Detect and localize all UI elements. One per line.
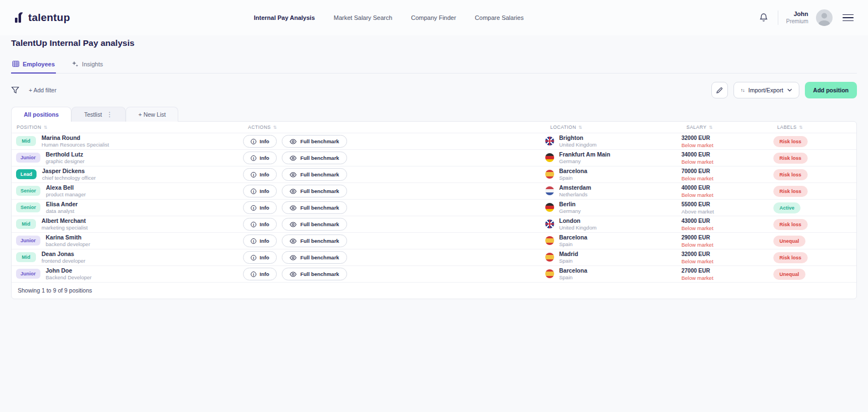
brand-logo[interactable]: talentup bbox=[14, 12, 70, 24]
full-benchmark-button[interactable]: Full benchmark bbox=[282, 218, 347, 231]
salary-cell: 55000 EUR Above market bbox=[681, 201, 772, 215]
sort-icon[interactable]: ⇅ bbox=[799, 125, 803, 130]
employee-name: Albert Merchant bbox=[42, 217, 87, 225]
table-row: Mid Albert Merchant marketing specialist… bbox=[12, 216, 856, 233]
row-label: Risk loss bbox=[773, 252, 808, 263]
employee-name: John Doe bbox=[46, 267, 92, 274]
country-flag bbox=[545, 153, 554, 162]
list-tab-testlist[interactable]: Testlist ⋮ bbox=[71, 107, 126, 122]
sort-icon[interactable]: ⇅ bbox=[273, 125, 277, 130]
column-header-salary[interactable]: SALARY⇅ bbox=[681, 124, 772, 130]
main-content: TalentUp Internal Pay analysis Employees… bbox=[0, 38, 868, 299]
add-filter-button[interactable]: + Add filter bbox=[29, 87, 56, 93]
level-badge: Mid bbox=[16, 219, 36, 229]
full-benchmark-button[interactable]: Full benchmark bbox=[282, 185, 347, 197]
location-cell: Berlin Germany bbox=[545, 200, 681, 215]
tab-insights[interactable]: Insights bbox=[70, 57, 104, 74]
table-row: Junior Karina Smith backend developer i … bbox=[12, 233, 856, 249]
nav-market-salary-search[interactable]: Market Salary Search bbox=[334, 14, 392, 21]
tab-insights-label: Insights bbox=[82, 61, 103, 67]
employee-name: Berthold Lutz bbox=[46, 150, 85, 158]
location-cell: Barcelona Spain bbox=[545, 233, 681, 248]
market-note: Below market bbox=[681, 258, 772, 264]
add-position-button[interactable]: Add position bbox=[805, 82, 857, 98]
sparkle-icon bbox=[71, 60, 79, 67]
column-header-actions[interactable]: ACTIONS⇅ bbox=[243, 124, 545, 130]
testlist-kebab-icon[interactable]: ⋮ bbox=[106, 111, 113, 118]
column-header-location[interactable]: LOCATION⇅ bbox=[545, 124, 681, 130]
location-country: Spain bbox=[559, 258, 578, 264]
info-button[interactable]: i Info bbox=[243, 135, 277, 148]
location-cell: Barcelona Spain bbox=[545, 167, 681, 182]
user-avatar[interactable] bbox=[816, 9, 833, 26]
info-icon: i bbox=[251, 189, 256, 194]
edit-pencil-button[interactable] bbox=[711, 82, 728, 98]
actions-cell: i Info Full benchmark bbox=[243, 251, 545, 264]
full-benchmark-button[interactable]: Full benchmark bbox=[282, 168, 347, 181]
location-cell: London United Kingdom bbox=[545, 217, 681, 232]
location-country: United Kingdom bbox=[559, 225, 597, 231]
list-tab-new-list[interactable]: + New List bbox=[126, 107, 178, 122]
brand-name: talentup bbox=[28, 12, 70, 24]
location-country: Spain bbox=[559, 274, 587, 281]
level-badge: Junior bbox=[16, 236, 40, 246]
notifications-bell-icon[interactable] bbox=[758, 12, 770, 24]
sort-icon[interactable]: ⇅ bbox=[578, 125, 582, 130]
nav-internal-pay-analysis[interactable]: Internal Pay Analysis bbox=[254, 14, 315, 21]
import-export-label: Import/Export bbox=[748, 87, 783, 93]
info-button[interactable]: i Info bbox=[243, 168, 277, 181]
row-label: Risk loss bbox=[773, 136, 808, 147]
full-benchmark-button[interactable]: Full benchmark bbox=[282, 268, 347, 280]
location-country: Spain bbox=[559, 175, 587, 181]
info-button[interactable]: i Info bbox=[243, 152, 277, 164]
position-cell: Mid Marina Round Human Resources Special… bbox=[12, 134, 243, 149]
location-city: Barcelona bbox=[559, 167, 587, 175]
employee-role: data analyst bbox=[46, 208, 78, 215]
info-button[interactable]: i Info bbox=[243, 218, 277, 231]
table-row: Lead Jasper Dickens chief technology off… bbox=[12, 166, 856, 183]
info-button[interactable]: i Info bbox=[243, 234, 277, 247]
labels-cell: Risk loss bbox=[772, 185, 856, 197]
row-label: Risk loss bbox=[773, 153, 808, 164]
eye-icon bbox=[290, 189, 297, 194]
nav-company-finder[interactable]: Company Finder bbox=[411, 14, 456, 21]
table-header-row: POSITION⇅ ACTIONS⇅ LOCATION⇅ SALARY⇅ LAB… bbox=[12, 122, 856, 133]
position-cell: Junior John Doe Backend Developer bbox=[12, 267, 243, 281]
employee-role: Human Resources Specialist bbox=[42, 142, 109, 148]
employee-role: backend developer bbox=[46, 241, 90, 248]
full-benchmark-button[interactable]: Full benchmark bbox=[282, 135, 347, 148]
salary-amount: 55000 EUR bbox=[681, 201, 772, 208]
salary-amount: 34000 EUR bbox=[681, 151, 772, 159]
info-icon: i bbox=[251, 155, 256, 161]
actions-cell: i Info Full benchmark bbox=[243, 234, 545, 247]
table-row: Senior Alexa Bell product manager i Info… bbox=[12, 183, 856, 200]
list-tabs: All positions Testlist ⋮ + New List bbox=[11, 107, 857, 122]
import-export-dropdown[interactable]: ↑↓ Import/Export bbox=[733, 82, 799, 98]
info-button[interactable]: i Info bbox=[243, 201, 277, 214]
filter-funnel-icon[interactable] bbox=[11, 85, 22, 96]
column-header-labels[interactable]: LABELS⇅ bbox=[772, 124, 856, 130]
list-tab-all-positions[interactable]: All positions bbox=[11, 107, 71, 122]
import-export-arrows-icon: ↑↓ bbox=[741, 87, 745, 93]
info-button[interactable]: i Info bbox=[243, 185, 277, 197]
employee-name: Elisa Ander bbox=[46, 200, 78, 208]
full-benchmark-button[interactable]: Full benchmark bbox=[282, 251, 347, 264]
country-flag bbox=[545, 269, 554, 278]
menu-icon[interactable] bbox=[843, 14, 854, 22]
user-meta: John Premium bbox=[786, 11, 808, 25]
location-city: Frankfurt Am Main bbox=[559, 150, 610, 158]
location-country: Germany bbox=[559, 208, 581, 215]
location-cell: Brighton United Kingdom bbox=[545, 134, 681, 149]
nav-compare-salaries[interactable]: Compare Salaries bbox=[475, 14, 524, 21]
full-benchmark-button[interactable]: Full benchmark bbox=[282, 152, 347, 164]
market-note: Below market bbox=[681, 175, 772, 181]
eye-icon bbox=[290, 172, 297, 178]
sort-icon[interactable]: ⇅ bbox=[709, 125, 712, 130]
tab-employees[interactable]: Employees bbox=[11, 57, 56, 74]
full-benchmark-button[interactable]: Full benchmark bbox=[282, 201, 347, 214]
column-header-position[interactable]: POSITION⇅ bbox=[12, 124, 243, 130]
info-button[interactable]: i Info bbox=[243, 268, 277, 280]
info-button[interactable]: i Info bbox=[243, 251, 277, 264]
sort-icon[interactable]: ⇅ bbox=[44, 125, 48, 130]
full-benchmark-button[interactable]: Full benchmark bbox=[282, 234, 347, 247]
